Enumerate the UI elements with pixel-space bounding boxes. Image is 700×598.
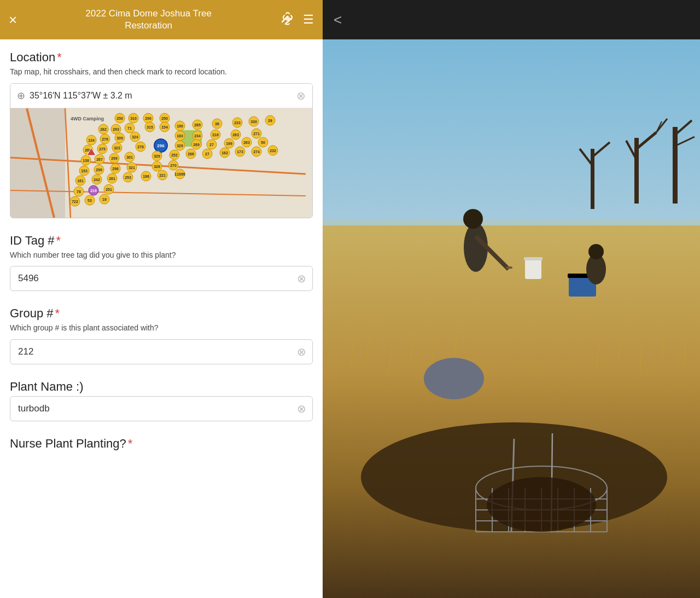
svg-text:216: 216 xyxy=(212,133,219,137)
svg-text:285: 285 xyxy=(194,123,201,127)
svg-text:27: 27 xyxy=(205,152,209,156)
location-label: Location* xyxy=(10,50,313,65)
svg-text:328: 328 xyxy=(154,165,160,169)
app-title: 2022 Cima Dome Joshua Tree Restoration xyxy=(17,8,280,32)
id-tag-section: ID Tag #* Which number tree tag did you … xyxy=(10,234,313,292)
id-tag-required: * xyxy=(56,234,61,247)
location-required: * xyxy=(57,50,62,64)
svg-text:261: 261 xyxy=(109,177,115,181)
svg-text:134: 134 xyxy=(88,138,95,142)
svg-text:18: 18 xyxy=(102,198,107,201)
crosshair-icon: ⊕ xyxy=(17,90,25,102)
svg-text:252: 252 xyxy=(171,153,178,157)
coords-left: ⊕ 35°16′N 115°37′W ± 3.2 m xyxy=(17,90,132,102)
location-hint: Tap map, hit crosshairs, and then check … xyxy=(10,67,313,78)
header-icons: ☰ xyxy=(280,11,314,28)
form-content: Location* Tap map, hit crosshairs, and t… xyxy=(0,39,323,598)
svg-text:321: 321 xyxy=(129,166,135,170)
svg-text:183: 183 xyxy=(177,134,183,138)
group-wrapper: ⊗ xyxy=(10,339,313,364)
svg-text:53: 53 xyxy=(88,199,92,202)
svg-text:270: 270 xyxy=(170,164,177,167)
svg-text:138: 138 xyxy=(83,159,89,162)
svg-text:276: 276 xyxy=(102,137,108,141)
svg-text:154: 154 xyxy=(161,125,168,129)
svg-text:269: 269 xyxy=(193,143,200,147)
svg-text:299: 299 xyxy=(96,168,102,172)
svg-text:722: 722 xyxy=(72,200,78,204)
svg-text:36: 36 xyxy=(215,122,219,126)
close-button[interactable]: × xyxy=(9,13,17,27)
svg-text:290: 290 xyxy=(145,117,151,120)
svg-text:173: 173 xyxy=(237,150,243,154)
svg-text:153: 153 xyxy=(81,169,88,173)
right-header: < xyxy=(323,0,700,39)
svg-text:161: 161 xyxy=(77,179,84,183)
svg-text:299: 299 xyxy=(111,156,118,160)
svg-text:263: 263 xyxy=(243,141,250,144)
svg-text:4WD Camping: 4WD Camping xyxy=(71,116,104,121)
svg-text:11999: 11999 xyxy=(174,172,185,176)
svg-text:250: 250 xyxy=(116,117,123,120)
coords-text: 35°16′N 115°37′W ± 3.2 m xyxy=(30,91,132,101)
svg-point-0 xyxy=(286,17,289,20)
nurse-plant-label: Nurse Plant Planting?* xyxy=(10,437,313,451)
svg-point-169 xyxy=(463,209,483,229)
id-tag-label: ID Tag #* xyxy=(10,234,313,248)
svg-rect-165 xyxy=(673,127,678,204)
location-box: ⊕ 35°16′N 115°37′W ± 3.2 m ⊗ xyxy=(10,83,313,218)
svg-point-177 xyxy=(588,244,604,259)
svg-text:310: 310 xyxy=(130,117,137,120)
left-panel: × 2022 Cima Dome Joshua Tree Restoration… xyxy=(0,0,323,598)
location-section: Location* Tap map, hit crosshairs, and t… xyxy=(10,50,313,218)
group-clear-button[interactable]: ⊗ xyxy=(297,345,306,358)
svg-text:267: 267 xyxy=(96,158,103,161)
app-header: × 2022 Cima Dome Joshua Tree Restoration… xyxy=(0,0,323,39)
svg-text:271: 271 xyxy=(253,132,260,136)
svg-rect-2 xyxy=(10,108,65,218)
svg-text:253: 253 xyxy=(125,176,131,179)
svg-text:196: 196 xyxy=(143,175,149,178)
svg-text:78: 78 xyxy=(77,190,81,194)
nurse-plant-required: * xyxy=(128,437,133,450)
svg-text:234: 234 xyxy=(194,134,201,138)
group-input[interactable] xyxy=(10,339,313,364)
id-tag-hint: Which number tree tag did you give to th… xyxy=(10,250,313,261)
svg-text:309: 309 xyxy=(116,136,123,140)
satellite-icon[interactable] xyxy=(280,11,295,28)
location-clear-button[interactable]: ⊗ xyxy=(296,89,306,102)
svg-text:315: 315 xyxy=(147,125,153,129)
plant-name-input[interactable] xyxy=(10,396,313,421)
map-area[interactable]: 290 310 250 250 282 293 71 xyxy=(10,108,312,218)
svg-text:50: 50 xyxy=(261,141,265,144)
group-hint: Which group # is this plant associated w… xyxy=(10,323,313,334)
svg-rect-171 xyxy=(506,266,512,269)
location-coords-row[interactable]: ⊕ 35°16′N 115°37′W ± 3.2 m ⊗ xyxy=(10,84,312,108)
id-tag-input[interactable] xyxy=(10,266,313,291)
group-label: Group #* xyxy=(10,306,313,321)
id-tag-wrapper: ⊗ xyxy=(10,266,313,291)
group-section: Group #* Which group # is this plant ass… xyxy=(10,306,313,364)
svg-text:324: 324 xyxy=(132,135,138,139)
svg-text:219: 219 xyxy=(90,189,97,193)
svg-text:232: 232 xyxy=(270,149,276,153)
id-tag-clear-button[interactable]: ⊗ xyxy=(297,272,306,285)
svg-text:330: 330 xyxy=(250,120,257,124)
menu-icon[interactable]: ☰ xyxy=(303,13,314,27)
svg-text:283: 283 xyxy=(232,133,239,137)
svg-rect-144 xyxy=(323,225,700,598)
svg-text:27: 27 xyxy=(209,143,214,147)
svg-text:275: 275 xyxy=(99,147,106,151)
svg-text:329: 329 xyxy=(177,144,183,148)
svg-text:221: 221 xyxy=(159,173,166,177)
svg-rect-173 xyxy=(524,257,542,260)
plant-name-clear-button[interactable]: ⊗ xyxy=(297,402,306,415)
plant-name-label: Plant Name :) xyxy=(10,380,313,394)
plant-name-section: Plant Name :) ⊗ xyxy=(10,380,313,421)
back-button[interactable]: < xyxy=(334,11,342,28)
nurse-plant-section: Nurse Plant Planting?* xyxy=(10,437,313,451)
svg-text:162: 162 xyxy=(221,151,228,155)
plant-name-wrapper: ⊗ xyxy=(10,396,313,421)
svg-text:274: 274 xyxy=(253,150,260,154)
svg-text:293: 293 xyxy=(113,127,119,131)
